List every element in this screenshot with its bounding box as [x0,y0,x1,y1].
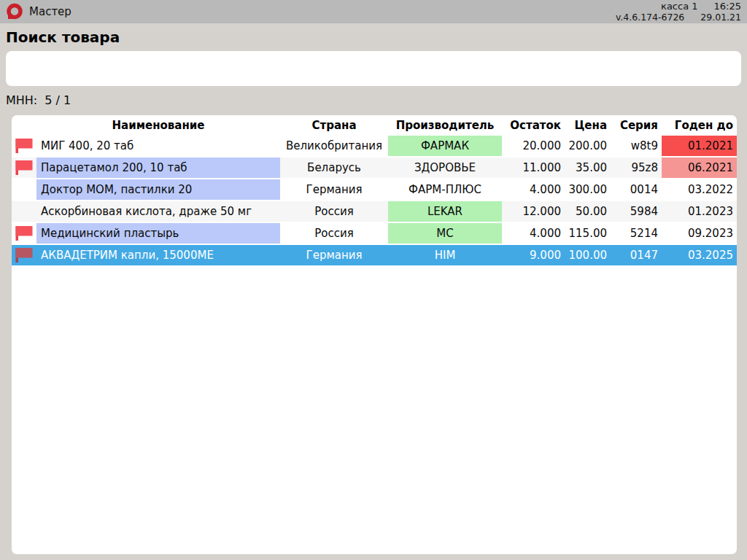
cell-manufacturer: ЗДОРОВЬЕ [388,158,502,178]
cell-name: Аскорбиновая кислота, драже 50 мг [36,201,280,222]
cell-name: Парацетамол 200, 10 таб [36,158,280,178]
cell-price: 300.00 [565,179,611,200]
cell-price: 35.00 [565,158,611,178]
header-name: Наименование [36,117,280,134]
header-country: Страна [280,117,388,134]
flag-icon [15,160,34,176]
cell-price: 50.00 [565,201,611,222]
header-stock: Остаток [502,117,565,134]
cell-expiry: 03.2022 [662,179,737,200]
header-manufacturer: Производитель [388,117,502,134]
cell-series: 0147 [611,245,662,265]
product-table-body: МИГ 400, 20 таб Великобритания ФАРМАК 20… [12,136,737,265]
table-row[interactable]: Медицинский пластырь Россия МС 4.000 115… [12,223,737,244]
header-price: Цена [565,117,611,134]
cell-stock: 9.000 [502,245,565,265]
header-flag [12,117,36,134]
table-row[interactable]: АКВАДЕТРИМ капли, 15000МЕ Германия HIM 9… [12,245,737,265]
app-logo-icon [6,3,23,20]
flag-icon [15,247,34,263]
search-input[interactable] [6,51,741,86]
cell-expiry: 09.2023 [662,223,737,244]
version-label: v.4.6.174-6726 [616,12,684,23]
cell-expiry: 01.2023 [662,201,737,222]
cell-price: 200.00 [565,136,611,156]
date-label: 29.01.21 [700,12,741,23]
header-series: Серия [611,117,662,134]
cell-series: 5984 [611,201,662,222]
session-info: касса 1 16:25 v.4.6.174-6726 29.01.21 [616,1,741,23]
page-title: Поиск товара [6,28,741,48]
cell-stock: 11.000 [502,158,565,178]
cell-price: 100.00 [565,245,611,265]
cell-country: Германия [280,245,388,265]
cell-country: Россия [280,223,388,244]
flag-icon [15,138,34,154]
cell-series: 95z8 [611,158,662,178]
cell-manufacturer: ФАРМАК [388,136,502,156]
cell-expiry: 03.2025 [662,245,737,265]
clock: 16:25 [714,1,741,12]
table-header-row: Наименование Страна Производитель Остато… [12,117,737,134]
mnn-status: МНН:5 / 1 [6,93,741,109]
cell-manufacturer: HIM [388,245,502,265]
cell-stock: 4.000 [502,223,565,244]
table-row[interactable]: Парацетамол 200, 10 таб Беларусь ЗДОРОВЬ… [12,158,737,178]
cell-country: Беларусь [280,158,388,178]
flag-icon [15,225,34,241]
cell-manufacturer: МС [388,223,502,244]
cell-country: Россия [280,201,388,222]
results-panel: Наименование Страна Производитель Остато… [12,115,737,554]
register-label: касса 1 [661,1,697,12]
table-row[interactable]: Доктор МОМ, пастилки 20 Германия ФАРМ-ПЛ… [12,179,737,200]
cell-series: 5214 [611,223,662,244]
table-row[interactable]: Аскорбиновая кислота, драже 50 мг Россия… [12,201,737,222]
table-row[interactable]: МИГ 400, 20 таб Великобритания ФАРМАК 20… [12,136,737,156]
header-expiry: Годен до [662,117,737,134]
cell-series: 0014 [611,179,662,200]
app-title: Мастер [29,5,71,18]
cell-expiry: 06.2021 [662,158,737,178]
top-bar: Мастер касса 1 16:25 v.4.6.174-6726 29.0… [0,0,747,23]
cell-name: Доктор МОМ, пастилки 20 [36,179,280,200]
mnn-label: МНН: [6,93,37,107]
product-table: Наименование Страна Производитель Остато… [12,115,737,267]
cell-manufacturer: LEKAR [388,201,502,222]
cell-name: МИГ 400, 20 таб [36,136,280,156]
cell-country: Германия [280,179,388,200]
mnn-value: 5 / 1 [44,93,71,107]
cell-stock: 20.000 [502,136,565,156]
cell-name: Медицинский пластырь [36,223,280,244]
cell-price: 115.00 [565,223,611,244]
cell-manufacturer: ФАРМ-ПЛЮС [388,179,502,200]
cell-expiry: 01.2021 [662,136,737,156]
cell-name: АКВАДЕТРИМ капли, 15000МЕ [36,245,280,265]
cell-stock: 12.000 [502,201,565,222]
cell-stock: 4.000 [502,179,565,200]
cell-series: w8t9 [611,136,662,156]
cell-country: Великобритания [280,136,388,156]
